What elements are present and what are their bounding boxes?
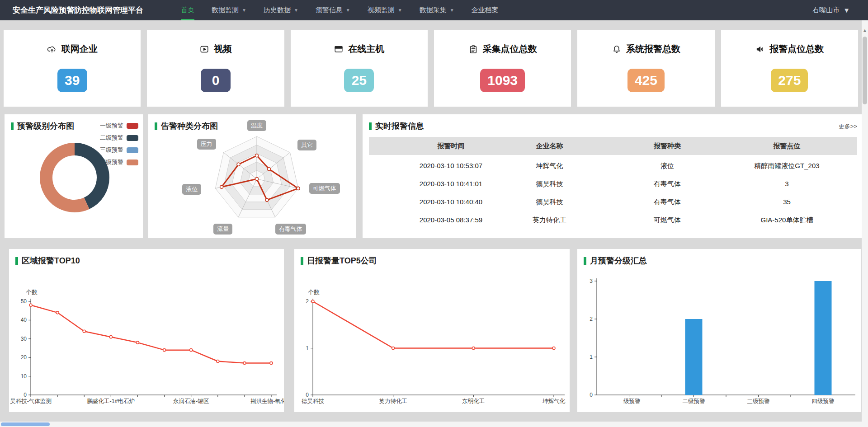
nav-item-label: 数据监测	[212, 6, 239, 14]
stat-cards-row: 联网企业39视频0在线主机25采集点位总数1093系统报警总数425报警点位总数…	[4, 30, 858, 107]
alarm-cell: 坤辉气化	[536, 157, 563, 175]
svg-text:三级预警: 三级预警	[747, 398, 770, 404]
svg-text:永润石油-罐区: 永润石油-罐区	[173, 398, 209, 404]
alarm-col-header: 报警种类	[654, 137, 681, 155]
svg-text:昊科技-气体监测: 昊科技-气体监测	[10, 398, 52, 404]
nav-item-1[interactable]: 数据监测▼	[212, 0, 246, 20]
svg-text:10: 10	[21, 373, 27, 380]
svg-text:0: 0	[590, 392, 593, 398]
host-monitor-icon	[334, 44, 344, 54]
alarm-col-header: 报警点位	[773, 137, 800, 155]
alarm-table-row[interactable]: 2020-03-10 10:53:07坤辉气化液位精醇南罐液位GT_203	[369, 157, 857, 175]
region-top10-line-chart: 01020304050个数昊科技-气体监测鹏盛化工-1#电石炉永润石油-罐区荆洪…	[9, 249, 284, 412]
svg-text:2: 2	[306, 298, 309, 305]
svg-text:0: 0	[24, 392, 27, 398]
radar-axis-label: 温度	[247, 120, 266, 131]
svg-text:1: 1	[306, 345, 309, 352]
alarm-cell: 2020-03-10 10:40:40	[420, 193, 482, 211]
stat-card-value-badge: 39	[57, 69, 87, 92]
stat-card-value-badge: 275	[771, 69, 808, 92]
nav-item-label: 企业档案	[472, 6, 499, 14]
svg-text:东明化工: 东明化工	[462, 398, 485, 404]
svg-text:40: 40	[21, 317, 27, 323]
svg-text:30: 30	[21, 336, 27, 342]
alarm-table-row[interactable]: 2020-03-10 10:41:01德昊科技有毒气体3	[369, 175, 857, 193]
alarm-cell: 2020-03-10 10:53:07	[420, 157, 482, 175]
stat-card-3: 采集点位总数1093	[434, 30, 571, 107]
nav-item-label: 视频监测	[368, 6, 395, 14]
alarm-cell: GIA-520单体贮槽	[761, 211, 813, 229]
chevron-down-icon: ▼	[843, 6, 850, 14]
nav-menu: 首页数据监测▼历史数据▼预警信息▼视频监测▼数据采集▼企业档案	[181, 0, 499, 20]
svg-text:2: 2	[590, 316, 593, 322]
region-selector[interactable]: 石嘴山市 ▼	[812, 0, 850, 20]
chevron-down-icon: ▼	[242, 8, 246, 13]
radar-axis-label: 可燃气体	[309, 183, 340, 194]
svg-text:鹏盛化工-1#电石炉: 鹏盛化工-1#电石炉	[87, 398, 135, 404]
alarm-cell: 德昊科技	[536, 175, 563, 193]
alarm-cell: 德昊科技	[536, 193, 563, 211]
alarm-cell: 2020-03-10 10:41:01	[420, 175, 482, 193]
svg-text:二级预警: 二级预警	[683, 398, 706, 404]
stat-card-value-badge: 1093	[480, 69, 525, 92]
vertical-scrollbar[interactable]: ▲	[862, 20, 868, 427]
horizontal-scrollbar[interactable]	[0, 422, 862, 427]
alarm-table-row[interactable]: 2020-03-10 10:40:40德昊科技有毒气体35	[369, 193, 857, 211]
alarm-col-header: 报警时间	[437, 137, 464, 155]
alarm-cell: 液位	[660, 157, 674, 175]
vertical-scroll-thumb[interactable]	[863, 37, 867, 104]
nav-item-4[interactable]: 视频监测▼	[368, 0, 402, 20]
stat-card-0: 联网企业39	[4, 30, 141, 107]
more-link[interactable]: 更多>>	[839, 122, 857, 131]
nav-item-2[interactable]: 历史数据▼	[264, 0, 298, 20]
stat-card-label: 采集点位总数	[483, 43, 537, 55]
stat-card-2: 在线主机25	[291, 30, 428, 107]
alarm-col-header: 企业名称	[536, 137, 563, 155]
top-navbar: 安全生产风险预警防控物联网管理平台 首页数据监测▼历史数据▼预警信息▼视频监测▼…	[0, 0, 868, 20]
donut-chart	[5, 114, 143, 238]
cloud-link-icon	[47, 44, 57, 54]
svg-text:荆洪生物-氧化反: 荆洪生物-氧化反	[250, 398, 284, 404]
alarm-cell: 有毒气体	[654, 175, 681, 193]
title-marker	[369, 122, 372, 130]
nav-item-label: 预警信息	[316, 6, 343, 14]
chevron-down-icon: ▼	[346, 8, 350, 13]
nav-item-label: 数据采集	[420, 6, 447, 14]
nav-item-3[interactable]: 预警信息▼	[316, 0, 350, 20]
panel-region-top10: 区域报警TOP10 01020304050个数昊科技-气体监测鹏盛化工-1#电石…	[9, 249, 284, 412]
dashboard-root: 安全生产风险预警防控物联网管理平台 首页数据监测▼历史数据▼预警信息▼视频监测▼…	[0, 0, 868, 427]
radar-axis-label: 流量	[213, 224, 232, 235]
stat-card-value-badge: 25	[344, 69, 374, 92]
chevron-down-icon: ▼	[450, 8, 454, 13]
alarm-cell: 可燃气体	[654, 211, 681, 229]
radar-chart	[148, 114, 356, 238]
nav-item-label: 首页	[181, 6, 194, 14]
panel-warning-level-donut: 预警级别分布图 一级预警二级预警三级预警四级预警	[5, 114, 143, 238]
daily-top5-line-chart: 012个数德昊科技英力特化工东明化工坤辉气化	[294, 249, 570, 412]
alarm-cell: 2020-03-05 08:37:59	[420, 211, 482, 229]
svg-text:0: 0	[306, 392, 309, 398]
svg-text:四级预警: 四级预警	[812, 398, 835, 404]
region-label: 石嘴山市	[812, 6, 840, 14]
nav-item-0[interactable]: 首页	[181, 0, 194, 20]
radar-axis-label: 压力	[197, 139, 216, 150]
stat-card-label: 视频	[214, 43, 232, 55]
panel-title: 实时报警信息	[369, 121, 424, 131]
radar-axis-label: 其它	[297, 140, 316, 150]
panel-realtime-alarms: 实时报警信息 更多>> 报警时间企业名称报警种类报警点位 2020-03-10 …	[363, 114, 863, 238]
alarm-cell: 有毒气体	[654, 193, 681, 211]
bell-icon	[612, 44, 622, 54]
horizontal-scroll-thumb[interactable]	[1, 422, 50, 426]
nav-item-6[interactable]: 企业档案	[472, 0, 499, 20]
nav-item-5[interactable]: 数据采集▼	[420, 0, 454, 20]
alarm-cell: 35	[783, 193, 791, 211]
alarm-table-row[interactable]: 2020-03-05 08:37:59英力特化工可燃气体GIA-520单体贮槽	[369, 211, 857, 229]
alarm-table-header: 报警时间企业名称报警种类报警点位	[369, 137, 857, 155]
stat-card-label: 报警点位总数	[769, 43, 824, 55]
chevron-down-icon: ▼	[294, 8, 298, 13]
panel-daily-top5: 日报警量TOP5公司 012个数德昊科技英力特化工东明化工坤辉气化	[294, 249, 570, 412]
scroll-up-icon[interactable]: ▲	[862, 28, 868, 33]
svg-text:个数: 个数	[26, 289, 38, 296]
svg-text:个数: 个数	[308, 289, 320, 296]
video-icon	[199, 44, 209, 54]
